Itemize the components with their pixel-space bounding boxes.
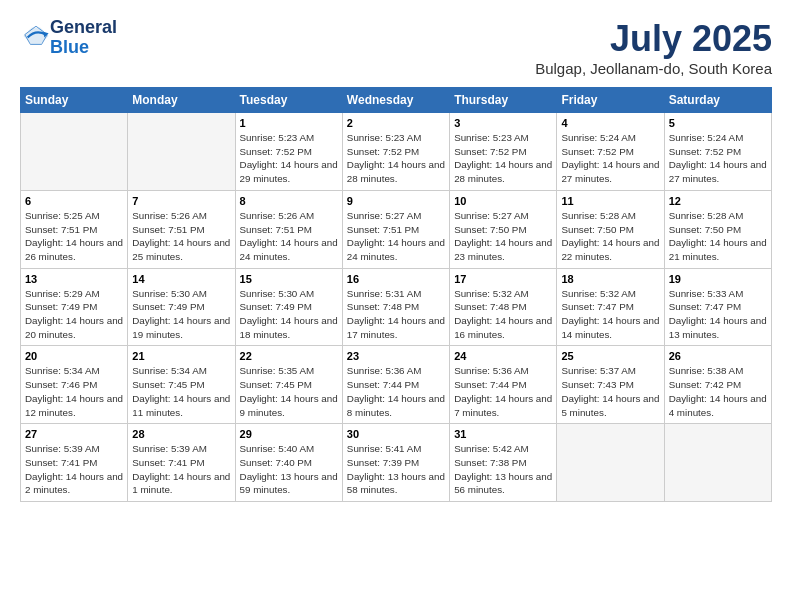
- header-friday: Friday: [557, 88, 664, 113]
- calendar-cell: 8Sunrise: 5:26 AM Sunset: 7:51 PM Daylig…: [235, 190, 342, 268]
- calendar-cell: 16Sunrise: 5:31 AM Sunset: 7:48 PM Dayli…: [342, 268, 449, 346]
- header-wednesday: Wednesday: [342, 88, 449, 113]
- day-info: Sunrise: 5:37 AM Sunset: 7:43 PM Dayligh…: [561, 364, 659, 419]
- header-saturday: Saturday: [664, 88, 771, 113]
- day-number: 21: [132, 350, 230, 362]
- page: General Blue July 2025 Bulgap, Jeollanam…: [0, 0, 792, 612]
- day-number: 7: [132, 195, 230, 207]
- calendar-cell: [664, 424, 771, 502]
- day-info: Sunrise: 5:24 AM Sunset: 7:52 PM Dayligh…: [561, 131, 659, 186]
- calendar-cell: 23Sunrise: 5:36 AM Sunset: 7:44 PM Dayli…: [342, 346, 449, 424]
- day-number: 1: [240, 117, 338, 129]
- calendar-cell: 4Sunrise: 5:24 AM Sunset: 7:52 PM Daylig…: [557, 113, 664, 191]
- day-number: 13: [25, 273, 123, 285]
- calendar-week-row-4: 27Sunrise: 5:39 AM Sunset: 7:41 PM Dayli…: [21, 424, 772, 502]
- title-location: Bulgap, Jeollanam-do, South Korea: [535, 60, 772, 77]
- calendar-cell: 3Sunrise: 5:23 AM Sunset: 7:52 PM Daylig…: [450, 113, 557, 191]
- day-number: 5: [669, 117, 767, 129]
- calendar-cell: 13Sunrise: 5:29 AM Sunset: 7:49 PM Dayli…: [21, 268, 128, 346]
- day-number: 6: [25, 195, 123, 207]
- header: General Blue July 2025 Bulgap, Jeollanam…: [20, 18, 772, 77]
- title-block: July 2025 Bulgap, Jeollanam-do, South Ko…: [535, 18, 772, 77]
- calendar-cell: 24Sunrise: 5:36 AM Sunset: 7:44 PM Dayli…: [450, 346, 557, 424]
- calendar-cell: 1Sunrise: 5:23 AM Sunset: 7:52 PM Daylig…: [235, 113, 342, 191]
- day-info: Sunrise: 5:23 AM Sunset: 7:52 PM Dayligh…: [347, 131, 445, 186]
- day-info: Sunrise: 5:26 AM Sunset: 7:51 PM Dayligh…: [132, 209, 230, 264]
- logo-icon: [22, 22, 50, 50]
- day-number: 28: [132, 428, 230, 440]
- calendar-cell: 18Sunrise: 5:32 AM Sunset: 7:47 PM Dayli…: [557, 268, 664, 346]
- header-sunday: Sunday: [21, 88, 128, 113]
- day-number: 18: [561, 273, 659, 285]
- day-number: 20: [25, 350, 123, 362]
- day-number: 11: [561, 195, 659, 207]
- calendar-cell: 12Sunrise: 5:28 AM Sunset: 7:50 PM Dayli…: [664, 190, 771, 268]
- day-number: 12: [669, 195, 767, 207]
- calendar-cell: 17Sunrise: 5:32 AM Sunset: 7:48 PM Dayli…: [450, 268, 557, 346]
- day-number: 3: [454, 117, 552, 129]
- calendar-cell: 27Sunrise: 5:39 AM Sunset: 7:41 PM Dayli…: [21, 424, 128, 502]
- logo-blue-text: Blue: [50, 37, 89, 57]
- day-number: 24: [454, 350, 552, 362]
- day-info: Sunrise: 5:23 AM Sunset: 7:52 PM Dayligh…: [454, 131, 552, 186]
- calendar-cell: 28Sunrise: 5:39 AM Sunset: 7:41 PM Dayli…: [128, 424, 235, 502]
- day-number: 8: [240, 195, 338, 207]
- day-info: Sunrise: 5:24 AM Sunset: 7:52 PM Dayligh…: [669, 131, 767, 186]
- calendar-cell: 15Sunrise: 5:30 AM Sunset: 7:49 PM Dayli…: [235, 268, 342, 346]
- calendar-cell: 25Sunrise: 5:37 AM Sunset: 7:43 PM Dayli…: [557, 346, 664, 424]
- day-info: Sunrise: 5:27 AM Sunset: 7:51 PM Dayligh…: [347, 209, 445, 264]
- calendar-cell: 6Sunrise: 5:25 AM Sunset: 7:51 PM Daylig…: [21, 190, 128, 268]
- day-info: Sunrise: 5:28 AM Sunset: 7:50 PM Dayligh…: [669, 209, 767, 264]
- calendar-week-row-3: 20Sunrise: 5:34 AM Sunset: 7:46 PM Dayli…: [21, 346, 772, 424]
- day-info: Sunrise: 5:39 AM Sunset: 7:41 PM Dayligh…: [132, 442, 230, 497]
- header-thursday: Thursday: [450, 88, 557, 113]
- calendar-cell: 9Sunrise: 5:27 AM Sunset: 7:51 PM Daylig…: [342, 190, 449, 268]
- header-tuesday: Tuesday: [235, 88, 342, 113]
- day-number: 22: [240, 350, 338, 362]
- day-info: Sunrise: 5:28 AM Sunset: 7:50 PM Dayligh…: [561, 209, 659, 264]
- calendar-cell: [21, 113, 128, 191]
- header-monday: Monday: [128, 88, 235, 113]
- day-info: Sunrise: 5:36 AM Sunset: 7:44 PM Dayligh…: [347, 364, 445, 419]
- day-info: Sunrise: 5:40 AM Sunset: 7:40 PM Dayligh…: [240, 442, 338, 497]
- day-info: Sunrise: 5:42 AM Sunset: 7:38 PM Dayligh…: [454, 442, 552, 497]
- calendar-cell: 5Sunrise: 5:24 AM Sunset: 7:52 PM Daylig…: [664, 113, 771, 191]
- calendar-cell: 7Sunrise: 5:26 AM Sunset: 7:51 PM Daylig…: [128, 190, 235, 268]
- day-info: Sunrise: 5:26 AM Sunset: 7:51 PM Dayligh…: [240, 209, 338, 264]
- calendar-cell: 19Sunrise: 5:33 AM Sunset: 7:47 PM Dayli…: [664, 268, 771, 346]
- calendar-cell: [557, 424, 664, 502]
- day-info: Sunrise: 5:41 AM Sunset: 7:39 PM Dayligh…: [347, 442, 445, 497]
- day-info: Sunrise: 5:34 AM Sunset: 7:46 PM Dayligh…: [25, 364, 123, 419]
- calendar-cell: 22Sunrise: 5:35 AM Sunset: 7:45 PM Dayli…: [235, 346, 342, 424]
- day-info: Sunrise: 5:31 AM Sunset: 7:48 PM Dayligh…: [347, 287, 445, 342]
- calendar-cell: [128, 113, 235, 191]
- calendar-cell: 29Sunrise: 5:40 AM Sunset: 7:40 PM Dayli…: [235, 424, 342, 502]
- calendar-cell: 30Sunrise: 5:41 AM Sunset: 7:39 PM Dayli…: [342, 424, 449, 502]
- day-number: 23: [347, 350, 445, 362]
- day-info: Sunrise: 5:30 AM Sunset: 7:49 PM Dayligh…: [240, 287, 338, 342]
- calendar-week-row-2: 13Sunrise: 5:29 AM Sunset: 7:49 PM Dayli…: [21, 268, 772, 346]
- calendar-cell: 26Sunrise: 5:38 AM Sunset: 7:42 PM Dayli…: [664, 346, 771, 424]
- day-number: 15: [240, 273, 338, 285]
- day-info: Sunrise: 5:34 AM Sunset: 7:45 PM Dayligh…: [132, 364, 230, 419]
- day-number: 2: [347, 117, 445, 129]
- day-number: 10: [454, 195, 552, 207]
- logo: General Blue: [20, 18, 117, 58]
- calendar-cell: 21Sunrise: 5:34 AM Sunset: 7:45 PM Dayli…: [128, 346, 235, 424]
- day-number: 29: [240, 428, 338, 440]
- day-number: 14: [132, 273, 230, 285]
- day-info: Sunrise: 5:27 AM Sunset: 7:50 PM Dayligh…: [454, 209, 552, 264]
- day-number: 27: [25, 428, 123, 440]
- title-month: July 2025: [535, 18, 772, 60]
- day-info: Sunrise: 5:29 AM Sunset: 7:49 PM Dayligh…: [25, 287, 123, 342]
- day-number: 25: [561, 350, 659, 362]
- day-number: 16: [347, 273, 445, 285]
- calendar-cell: 10Sunrise: 5:27 AM Sunset: 7:50 PM Dayli…: [450, 190, 557, 268]
- day-number: 4: [561, 117, 659, 129]
- calendar-cell: 20Sunrise: 5:34 AM Sunset: 7:46 PM Dayli…: [21, 346, 128, 424]
- calendar-cell: 31Sunrise: 5:42 AM Sunset: 7:38 PM Dayli…: [450, 424, 557, 502]
- day-info: Sunrise: 5:30 AM Sunset: 7:49 PM Dayligh…: [132, 287, 230, 342]
- day-info: Sunrise: 5:23 AM Sunset: 7:52 PM Dayligh…: [240, 131, 338, 186]
- day-number: 17: [454, 273, 552, 285]
- day-info: Sunrise: 5:33 AM Sunset: 7:47 PM Dayligh…: [669, 287, 767, 342]
